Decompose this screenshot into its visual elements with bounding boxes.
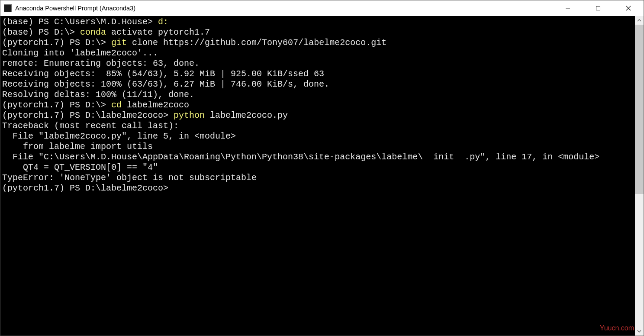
- command-token: cd: [111, 100, 122, 110]
- svg-line-2: [626, 6, 631, 10]
- window-controls: [553, 0, 644, 16]
- output-text: (base) PS D:\>: [2, 27, 80, 37]
- terminal-line: Resolving deltas: 100% (11/11), done.: [2, 90, 633, 100]
- minimize-button[interactable]: [553, 0, 583, 16]
- output-text: remote: Enumerating objects: 63, done.: [2, 58, 200, 68]
- svg-line-3: [626, 6, 631, 10]
- client-area: (base) PS C:\Users\M.D.House> d:(base) P…: [0, 16, 644, 336]
- output-text: (pytorch1.7) PS D:\labelme2coco>: [2, 110, 174, 120]
- vertical-scrollbar[interactable]: [635, 16, 644, 336]
- output-text: (base) PS C:\Users\M.D.House>: [2, 17, 158, 27]
- terminal-line: TypeError: 'NoneType' object is not subs…: [2, 173, 633, 183]
- terminal-line: File "C:\Users\M.D.House\AppData\Roaming…: [2, 152, 633, 162]
- terminal-line: Traceback (most recent call last):: [2, 121, 633, 131]
- output-text: File "C:\Users\M.D.House\AppData\Roaming…: [2, 152, 599, 162]
- scrollbar-track[interactable]: [635, 25, 644, 327]
- scroll-up-icon[interactable]: [635, 16, 644, 25]
- app-window: Anaconda Powershell Prompt (Anaconda3) (…: [0, 0, 644, 336]
- terminal-line: (pytorch1.7) PS D:\> git clone https://g…: [2, 38, 633, 48]
- command-token: d:: [158, 17, 168, 27]
- maximize-button[interactable]: [583, 0, 613, 16]
- output-text: Receiving objects: 85% (54/63), 5.92 MiB…: [2, 69, 324, 79]
- output-text: clone https://github.com/Tony607/labelme…: [127, 38, 386, 48]
- titlebar[interactable]: Anaconda Powershell Prompt (Anaconda3): [0, 0, 644, 16]
- output-text: Resolving deltas: 100% (11/11), done.: [2, 90, 194, 100]
- terminal-line: (pytorch1.7) PS D:\labelme2coco> python …: [2, 110, 633, 121]
- terminal-line: (base) PS C:\Users\M.D.House> d:: [2, 17, 633, 27]
- output-text: Cloning into 'labelme2coco'...: [2, 48, 158, 58]
- output-text: (pytorch1.7) PS D:\>: [2, 38, 111, 48]
- terminal-line: (base) PS D:\> conda activate pytorch1.7: [2, 27, 633, 38]
- terminal-line: Receiving objects: 85% (54/63), 5.92 MiB…: [2, 69, 633, 79]
- terminal-line: (pytorch1.7) PS D:\labelme2coco>: [2, 183, 633, 194]
- terminal-line: from labelme import utils: [2, 142, 633, 152]
- terminal-line: remote: Enumerating objects: 63, done.: [2, 58, 633, 69]
- scrollbar-thumb[interactable]: [635, 25, 644, 194]
- command-token: conda: [80, 27, 106, 37]
- terminal-line: (pytorch1.7) PS D:\> cd labelme2coco: [2, 100, 633, 110]
- output-text: (pytorch1.7) PS D:\>: [2, 100, 111, 110]
- command-token: python: [174, 110, 205, 120]
- app-icon: [4, 4, 12, 12]
- output-text: labelme2coco.py: [205, 110, 288, 120]
- terminal-output[interactable]: (base) PS C:\Users\M.D.House> d:(base) P…: [0, 16, 635, 336]
- close-button[interactable]: [613, 0, 644, 16]
- output-text: QT4 = QT_VERSION[0] == "4": [2, 162, 158, 172]
- terminal-line: Cloning into 'labelme2coco'...: [2, 48, 633, 58]
- output-text: Receiving objects: 100% (63/63), 6.27 Mi…: [2, 79, 329, 89]
- output-text: labelme2coco: [122, 100, 189, 110]
- output-text: (pytorch1.7) PS D:\labelme2coco>: [2, 183, 168, 193]
- svg-rect-1: [596, 6, 600, 10]
- output-text: File "labelme2coco.py", line 5, in <modu…: [2, 131, 236, 141]
- scroll-down-icon[interactable]: [635, 327, 644, 336]
- terminal-line: QT4 = QT_VERSION[0] == "4": [2, 162, 633, 173]
- output-text: activate pytorch1.7: [106, 27, 210, 37]
- output-text: from labelme import utils: [2, 142, 153, 152]
- output-text: Traceback (most recent call last):: [2, 121, 179, 131]
- output-text: TypeError: 'NoneType' object is not subs…: [2, 173, 257, 183]
- terminal-line: File "labelme2coco.py", line 5, in <modu…: [2, 131, 633, 142]
- terminal-line: Receiving objects: 100% (63/63), 6.27 Mi…: [2, 79, 633, 90]
- command-token: git: [111, 38, 127, 48]
- window-title: Anaconda Powershell Prompt (Anaconda3): [15, 5, 135, 12]
